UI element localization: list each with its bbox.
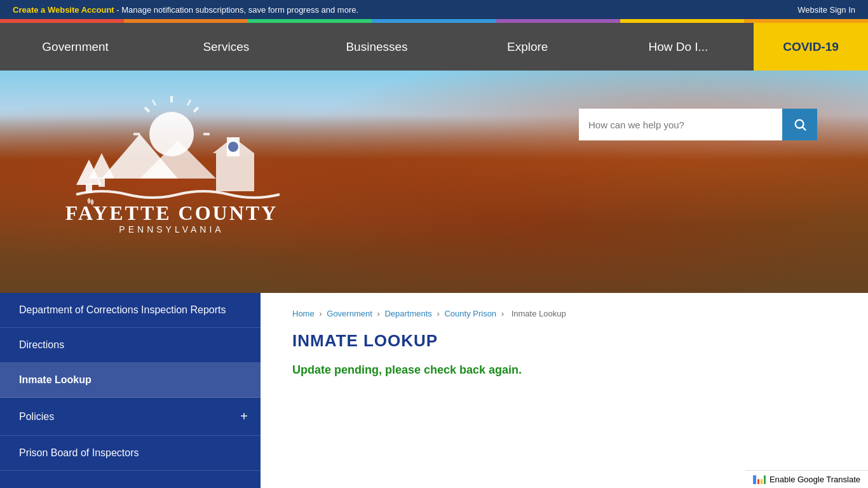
search-input[interactable]	[579, 109, 782, 140]
top-banner: Create a Website Account - Manage notifi…	[0, 0, 868, 19]
breadcrumb-county-prison[interactable]: County Prison	[444, 309, 496, 318]
sidebar-item-inmate-lookup[interactable]: Inmate Lookup	[0, 363, 261, 398]
search-button[interactable]	[782, 109, 817, 140]
svg-text:PENNSYLVANIA: PENNSYLVANIA	[119, 224, 224, 234]
sign-in-link[interactable]: Website Sign In	[797, 5, 855, 15]
county-logo: FAYETTE COUNTY PENNSYLVANIA	[38, 83, 305, 236]
breadcrumb-sep-4: ›	[501, 309, 506, 318]
main-nav: Government Services Businesses Explore H…	[0, 23, 868, 71]
svg-marker-12	[89, 153, 114, 179]
breadcrumb-sep-1: ›	[319, 309, 322, 318]
breadcrumb-current: Inmate Lookup	[512, 309, 566, 318]
nav-how-do-i[interactable]: How Do I...	[603, 23, 754, 71]
banner-description: - Manage notification subscriptions, sav…	[116, 5, 358, 15]
hero-section: FAYETTE COUNTY PENNSYLVANIA	[0, 71, 868, 293]
svg-line-21	[802, 127, 806, 131]
nav-explore[interactable]: Explore	[452, 23, 603, 71]
search-area	[579, 109, 817, 140]
svg-line-5	[145, 107, 149, 112]
page-title: Inmate Lookup	[292, 331, 836, 351]
page-message: Update pending, please check back again.	[292, 363, 836, 377]
svg-text:FAYETTE COUNTY: FAYETTE COUNTY	[65, 201, 278, 224]
svg-rect-13	[98, 177, 105, 187]
breadcrumb-sep-3: ›	[437, 309, 439, 318]
breadcrumb-departments[interactable]: Departments	[384, 309, 431, 318]
svg-line-7	[153, 100, 156, 105]
nav-covid19[interactable]: COVID-19	[754, 23, 868, 71]
svg-line-2	[194, 107, 198, 112]
breadcrumb: Home › Government › Departments › County…	[292, 309, 836, 318]
policies-expand-icon: +	[240, 409, 248, 424]
search-icon	[793, 118, 807, 132]
breadcrumb-sep-2: ›	[377, 309, 379, 318]
svg-line-6	[187, 100, 191, 105]
logo-area: FAYETTE COUNTY PENNSYLVANIA	[38, 83, 305, 238]
google-translate-icon	[753, 475, 766, 484]
create-account-link[interactable]: Create a Website Account	[13, 5, 114, 15]
sidebar-item-policies[interactable]: Policies +	[0, 398, 261, 436]
translate-bar[interactable]: Enable Google Translate	[745, 470, 868, 488]
translate-label: Enable Google Translate	[770, 475, 860, 484]
sidebar-item-corrections-reports[interactable]: Department of Corrections Inspection Rep…	[0, 293, 261, 328]
sidebar: Department of Corrections Inspection Rep…	[0, 293, 261, 488]
nav-services[interactable]: Services	[151, 23, 301, 71]
nav-businesses[interactable]: Businesses	[301, 23, 452, 71]
sidebar-item-directions[interactable]: Directions	[0, 328, 261, 363]
svg-point-17	[228, 142, 238, 152]
content-area: Department of Corrections Inspection Rep…	[0, 293, 868, 488]
breadcrumb-home[interactable]: Home	[292, 309, 315, 318]
nav-government[interactable]: Government	[0, 23, 151, 71]
sidebar-item-prison-board[interactable]: Prison Board of Inspectors	[0, 436, 261, 471]
svg-point-20	[795, 120, 803, 128]
svg-rect-14	[216, 153, 254, 191]
breadcrumb-government[interactable]: Government	[327, 309, 372, 318]
main-content: Home › Government › Departments › County…	[261, 293, 868, 488]
banner-text: Create a Website Account - Manage notifi…	[13, 5, 358, 15]
